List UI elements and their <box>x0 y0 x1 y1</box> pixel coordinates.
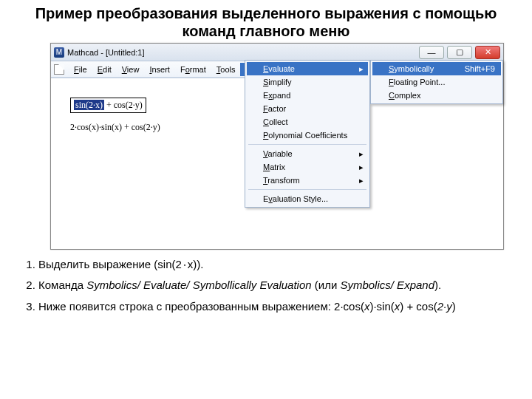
page-title: Пример преобразования выделенного выраже… <box>0 0 532 43</box>
document-icon <box>54 64 64 75</box>
menu-variable[interactable]: Variable▸ <box>247 147 368 160</box>
submenu-symbolically[interactable]: SymbolicallyShift+F9 <box>372 62 501 75</box>
menu-transform[interactable]: Transform▸ <box>247 174 368 187</box>
menu-format[interactable]: Format <box>175 63 211 76</box>
selected-expression: sin(2·x) <box>74 100 104 110</box>
menu-evalstyle[interactable]: Evaluation Style... <box>247 192 368 205</box>
menu-edit[interactable]: Edit <box>92 63 117 76</box>
menu-matrix[interactable]: Matrix▸ <box>247 160 368 174</box>
minimize-button[interactable]: — <box>419 46 444 59</box>
menu-view[interactable]: View <box>117 63 145 76</box>
menu-expand[interactable]: Expand <box>247 89 368 102</box>
submenu-complex[interactable]: Complex <box>372 89 501 102</box>
menu-polycoeff[interactable]: Polynomial Coefficients <box>247 129 368 142</box>
step-3: Ниже появится строка с преобразованным в… <box>38 299 514 314</box>
submenu-floating[interactable]: Floating Point... <box>372 75 501 89</box>
close-button[interactable]: ✕ <box>475 46 500 59</box>
menu-separator-2 <box>248 189 366 190</box>
menu-simplify[interactable]: Simplify <box>247 75 368 89</box>
menu-tools[interactable]: Tools <box>211 63 241 76</box>
menu-insert[interactable]: Insert <box>144 63 175 76</box>
expression-rest: + cos(2·y) <box>104 100 143 110</box>
step-1: Выделить выражение (sin(2٠x)). <box>38 257 514 272</box>
menu-evaluate[interactable]: Evaluate▸ <box>247 62 368 75</box>
symbolics-dropdown: Evaluate▸ Simplify Expand Factor Collect… <box>245 60 370 208</box>
titlebar: M Mathcad - [Untitled:1] — ▢ ✕ <box>51 44 503 61</box>
window-title: Mathcad - [Untitled:1] <box>67 48 145 57</box>
menu-separator <box>248 144 366 145</box>
menu-collect[interactable]: Collect <box>247 115 368 129</box>
expression-box[interactable]: sin(2·x) + cos(2·y) <box>70 98 146 113</box>
mathcad-window: M Mathcad - [Untitled:1] — ▢ ✕ File Edit… <box>50 43 504 250</box>
instruction-list: Выделить выражение (sin(2٠x)). Команда S… <box>18 257 514 314</box>
app-icon: M <box>54 47 64 58</box>
menu-file[interactable]: File <box>69 63 92 76</box>
menu-factor[interactable]: Factor <box>247 102 368 115</box>
evaluate-submenu: SymbolicallyShift+F9 Floating Point... C… <box>370 60 503 104</box>
maximize-button[interactable]: ▢ <box>447 46 472 59</box>
step-2: Команда Symbolics/ Evaluate/ Symbollical… <box>38 278 514 293</box>
